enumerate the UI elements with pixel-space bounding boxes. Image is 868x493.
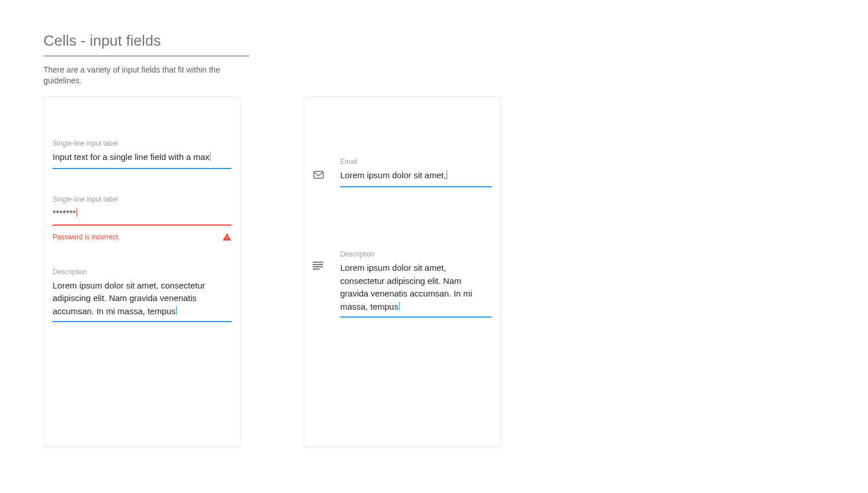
text-field-single-line[interactable]: Single-line input label Input text for a… <box>53 139 232 170</box>
header: Cells - input fields There are a variety… <box>43 32 249 86</box>
input-value: Lorem ipsum dolor sit amet, consectetur … <box>53 280 205 316</box>
specimen-card-with-icons: Email Lorem ipsum dolor sit amet, <box>304 97 501 447</box>
text-cursor <box>176 306 177 315</box>
field-underline <box>53 321 232 322</box>
field-label: Description <box>340 250 492 258</box>
field-underline <box>340 186 492 187</box>
input-value: ******* <box>53 208 76 218</box>
textarea-input[interactable]: Lorem ipsum dolor sit amet, consectetur … <box>340 262 483 316</box>
specimen-card-basic: Single-line input label Input text for a… <box>43 97 241 447</box>
password-field-error[interactable]: Single-line input label ******* Password… <box>53 195 232 242</box>
field-underline <box>340 316 492 318</box>
text-cursor <box>210 152 210 161</box>
input-value: Input text for a single line field with … <box>53 152 209 162</box>
error-message: Password is incorrect. <box>53 233 120 241</box>
textarea-description[interactable]: Description Lorem ipsum dolor sit amet, … <box>53 268 232 323</box>
field-underline <box>53 225 232 226</box>
email-icon <box>313 158 340 179</box>
title-underline <box>43 55 249 57</box>
page-description: There are a variety of input fields that… <box>43 65 232 86</box>
svg-rect-0 <box>314 171 324 178</box>
field-label: Single-line input label <box>53 195 232 203</box>
svg-rect-1 <box>313 262 323 263</box>
svg-rect-2 <box>313 264 323 265</box>
password-input[interactable]: ******* <box>53 207 232 225</box>
field-label: Description <box>53 268 232 276</box>
warning-icon <box>222 233 232 242</box>
field-label: Single-line input label <box>53 139 232 147</box>
text-input[interactable]: Input text for a single line field with … <box>53 151 232 169</box>
text-cursor <box>447 170 447 179</box>
textarea-with-icon[interactable]: Description Lorem ipsum dolor sit amet, … <box>313 250 492 318</box>
text-lines-icon <box>313 250 340 271</box>
email-input[interactable]: Lorem ipsum dolor sit amet, <box>340 169 492 187</box>
field-label: Email <box>340 158 492 166</box>
text-cursor <box>399 302 400 311</box>
svg-rect-4 <box>313 268 320 270</box>
svg-rect-3 <box>313 266 323 267</box>
field-underline <box>53 168 232 169</box>
input-value: Lorem ipsum dolor sit amet, consectetur … <box>340 263 472 311</box>
input-value: Lorem ipsum dolor sit amet, <box>340 170 446 180</box>
text-cursor <box>77 208 77 217</box>
email-field[interactable]: Email Lorem ipsum dolor sit amet, <box>313 158 492 188</box>
page-title: Cells - input fields <box>43 32 249 55</box>
textarea-input[interactable]: Lorem ipsum dolor sit amet, consectetur … <box>53 279 230 322</box>
